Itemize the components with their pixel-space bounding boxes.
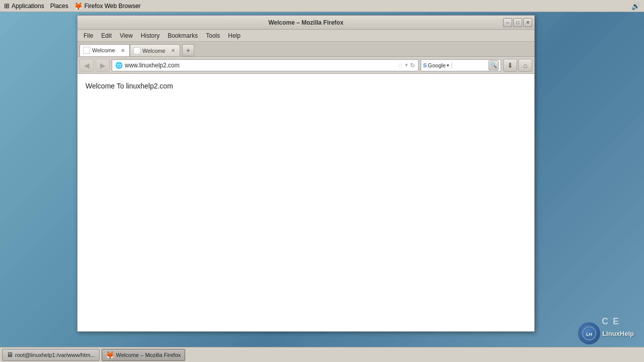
back-icon: ◀: [84, 61, 90, 69]
new-tab-button[interactable]: +: [182, 44, 194, 56]
home-button[interactable]: ⌂: [518, 59, 532, 72]
terminal-icon: 🖥: [7, 351, 13, 358]
url-text: www.linuxhelp2.com: [125, 62, 395, 69]
linuxhelp-logo: LH LinuxHelp: [578, 322, 634, 344]
system-bar: ⊞ Applications Places 🦊 Firefox Web Brow…: [0, 0, 644, 12]
nav-bar: ◀ ▶ 🌐 www.linuxhelp2.com ☆ ▾ ↻ S Google …: [77, 57, 534, 74]
menu-view[interactable]: View: [116, 31, 137, 40]
linuxhelp-logo-icon: LH: [582, 326, 597, 341]
tab-2[interactable]: Welcome ✕: [130, 44, 180, 56]
tab-2-title: Welcome: [142, 48, 168, 54]
taskbar-terminal[interactable]: 🖥 root@linuxhelp1:/var/www/htm...: [2, 349, 100, 361]
window-controls: – □ ✕: [503, 18, 532, 27]
bookmark-star-icon[interactable]: ☆: [397, 62, 403, 69]
search-engine-dropdown-icon: ▾: [447, 63, 449, 68]
back-button[interactable]: ◀: [79, 59, 94, 72]
taskbar: 🖥 root@linuxhelp1:/var/www/htm... 🦊 Welc…: [0, 347, 644, 362]
search-magnifier-icon: 🔍: [490, 62, 497, 68]
system-bar-applications[interactable]: ⊞ Applications: [4, 2, 44, 10]
location-reload-icon[interactable]: ↻: [410, 62, 415, 69]
browser-window: Welcome – Mozilla Firefox – □ ✕ File Edi…: [77, 15, 535, 332]
linuxhelp-logo-circle: LH: [578, 322, 600, 344]
forward-icon: ▶: [100, 61, 106, 69]
linuxhelp-logo-text: LinuxHelp: [602, 330, 634, 337]
system-bar-places[interactable]: Places: [50, 3, 68, 10]
firefox-taskbar-icon: 🦊: [74, 2, 83, 10]
tab-1-close[interactable]: ✕: [119, 47, 126, 54]
menu-bar: File Edit View History Bookmarks Tools H…: [77, 30, 534, 42]
firefox-taskbar-label: Firefox Web Browser: [85, 3, 141, 10]
tab-2-close[interactable]: ✕: [170, 47, 177, 54]
forward-button[interactable]: ▶: [96, 59, 110, 72]
home-icon: ⌂: [523, 61, 527, 69]
download-button[interactable]: ⬇: [503, 59, 517, 72]
tab-1-title: Welcome: [92, 47, 117, 53]
minimize-button[interactable]: –: [503, 18, 512, 27]
nav-extra-buttons: ⬇ ⌂: [503, 59, 532, 72]
search-engine-icon: S: [423, 62, 427, 68]
tab-1[interactable]: Welcome ✕: [79, 44, 130, 56]
taskbar-terminal-label: root@linuxhelp1:/var/www/htm...: [15, 352, 95, 358]
applications-label[interactable]: Applications: [12, 3, 44, 10]
close-button[interactable]: ✕: [523, 18, 532, 27]
window-title: Welcome – Mozilla Firefox: [268, 19, 343, 26]
menu-file[interactable]: File: [79, 31, 97, 40]
places-label[interactable]: Places: [50, 3, 68, 10]
search-button[interactable]: 🔍: [489, 60, 499, 70]
maximize-button[interactable]: □: [513, 18, 522, 27]
firefox-icon: 🦊: [106, 351, 114, 359]
menu-tools[interactable]: Tools: [202, 31, 224, 40]
taskbar-firefox-label: Welcome – Mozilla Firefox: [116, 352, 181, 358]
page-welcome-text: Welcome To linuxhelp2.com: [86, 82, 526, 90]
location-bar[interactable]: 🌐 www.linuxhelp2.com ☆ ▾ ↻: [112, 59, 419, 71]
page-content: Welcome To linuxhelp2.com: [77, 74, 534, 331]
volume-icon[interactable]: 🔊: [631, 2, 640, 10]
tabs-bar: Welcome ✕ Welcome ✕ +: [77, 42, 534, 57]
location-globe-icon: 🌐: [115, 62, 123, 69]
tab-2-favicon: [133, 47, 140, 54]
taskbar-firefox[interactable]: 🦊 Welcome – Mozilla Firefox: [102, 349, 186, 361]
title-bar: Welcome – Mozilla Firefox – □ ✕: [77, 16, 534, 30]
search-engine-selector[interactable]: S Google ▾: [423, 62, 452, 68]
applications-icon: ⊞: [4, 2, 10, 10]
menu-bookmarks[interactable]: Bookmarks: [164, 31, 202, 40]
menu-edit[interactable]: Edit: [97, 31, 116, 40]
search-engine-label: Google: [428, 62, 445, 68]
search-bar[interactable]: S Google ▾ 🔍: [421, 59, 501, 71]
system-bar-firefox[interactable]: 🦊 Firefox Web Browser: [74, 2, 141, 10]
menu-help[interactable]: Help: [224, 31, 245, 40]
tab-1-favicon: [83, 47, 90, 54]
download-icon: ⬇: [507, 61, 513, 69]
system-bar-right: 🔊: [631, 2, 640, 10]
svg-text:LH: LH: [586, 332, 592, 337]
menu-history[interactable]: History: [137, 31, 164, 40]
location-bar-dropdown-icon[interactable]: ▾: [405, 62, 408, 68]
